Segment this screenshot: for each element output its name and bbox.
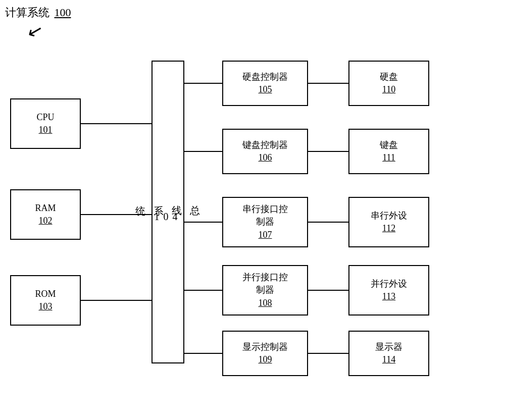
hdd-ctrl-label: 硬盘控制器	[242, 71, 288, 83]
cpu-box: CPU 101	[10, 98, 81, 149]
parallel-dev-label: 并行外设	[371, 278, 407, 290]
kbd-number: 111	[382, 151, 395, 164]
title-arrow-icon: ↙	[25, 19, 45, 43]
kbd-ctrl-label: 键盘控制器	[242, 139, 288, 151]
display-ctrl-label: 显示控制器	[242, 341, 288, 353]
serial-ctrl-number: 107	[259, 229, 272, 241]
cpu-number: 101	[39, 124, 53, 136]
monitor-box: 显示器 114	[348, 331, 429, 376]
ram-box: RAM 102	[10, 189, 81, 240]
serial-ctrl-label: 串行接口控制器	[242, 203, 288, 228]
title: 计算系统 100	[5, 5, 71, 20]
system-number: 100	[55, 6, 71, 19]
hdd-label: 硬盘	[380, 71, 398, 83]
parallel-dev-number: 113	[382, 290, 395, 303]
kbd-box: 键盘 111	[348, 129, 429, 174]
hdd-number: 110	[382, 83, 395, 96]
parallel-dev-box: 并行外设 113	[348, 265, 429, 316]
monitor-number: 114	[382, 353, 395, 366]
diagram-container: 计算系统 100 ↙ CPU 101 RAM 102 ROM 103 总线系统 …	[0, 0, 505, 420]
serial-dev-number: 112	[382, 222, 395, 235]
kbd-label: 键盘	[380, 139, 398, 151]
serial-dev-label: 串行外设	[371, 209, 407, 222]
system-label: 计算系统	[5, 6, 49, 19]
rom-label: ROM	[35, 288, 56, 300]
display-ctrl-number: 109	[259, 353, 272, 366]
hdd-ctrl-box: 硬盘控制器 105	[222, 61, 308, 106]
parallel-ctrl-number: 108	[259, 297, 272, 309]
kbd-ctrl-box: 键盘控制器 106	[222, 129, 308, 174]
display-ctrl-box: 显示控制器 109	[222, 331, 308, 376]
kbd-ctrl-number: 106	[259, 151, 272, 164]
monitor-label: 显示器	[375, 341, 402, 353]
rom-box: ROM 103	[10, 275, 81, 326]
parallel-ctrl-box: 并行接口控制器 108	[222, 265, 308, 316]
rom-number: 103	[39, 300, 53, 313]
serial-dev-box: 串行外设 112	[348, 197, 429, 247]
hdd-ctrl-number: 105	[259, 83, 272, 96]
bus-number: 104	[155, 206, 182, 227]
ram-number: 102	[39, 215, 53, 227]
cpu-label: CPU	[36, 111, 54, 124]
hdd-box: 硬盘 110	[348, 61, 429, 106]
ram-label: RAM	[35, 202, 56, 215]
bus-label: 总线系统	[132, 197, 205, 202]
parallel-ctrl-label: 并行接口控制器	[242, 271, 288, 296]
bus-bar: 总线系统 104	[152, 61, 184, 363]
serial-ctrl-box: 串行接口控制器 107	[222, 197, 308, 247]
